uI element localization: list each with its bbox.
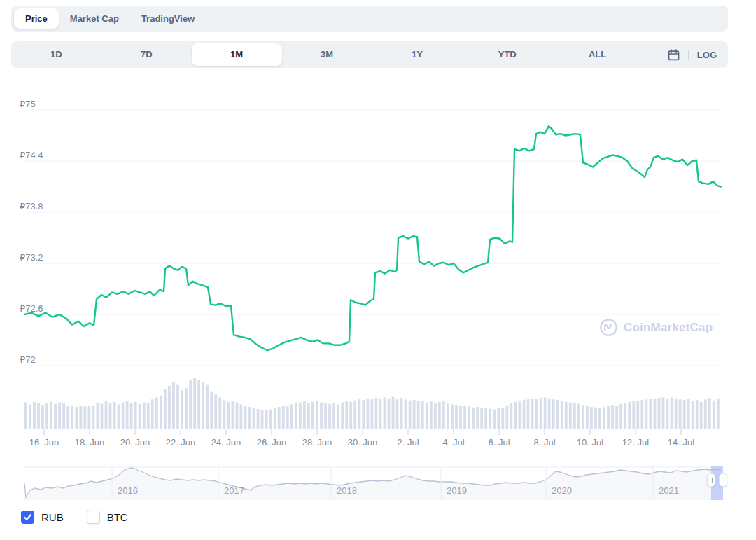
y-axis-tick-label: ₽73.2 <box>20 252 43 263</box>
x-axis-tick-label: 26. Jun <box>257 437 287 448</box>
btc-label: BTC <box>107 511 128 523</box>
coinmarketcap-price-chart: Price Market Cap TradingView 1D 7D 1M 3M… <box>0 0 756 540</box>
x-axis-tick-label: 8. Jul <box>533 437 555 448</box>
legend-item-btc[interactable]: BTC <box>87 511 128 524</box>
x-axis-tick-label: 6. Jul <box>488 437 510 448</box>
currency-legend: RUB BTC <box>21 511 128 524</box>
x-axis-tick-label: 18. Jun <box>75 437 105 448</box>
x-axis-tick-label: 16. Jun <box>29 437 59 448</box>
minimap-year-label: 2020 <box>552 485 572 496</box>
minimap-year-label: 2021 <box>659 485 679 496</box>
y-axis-tick-label: ₽72 <box>20 354 36 365</box>
minimap-handle-right[interactable] <box>719 473 727 487</box>
x-axis-tick-label: 20. Jun <box>120 437 150 448</box>
grip-icon <box>710 478 713 483</box>
minimap-year-label: 2017 <box>224 485 244 496</box>
x-axis-tick-label: 24. Jun <box>211 437 241 448</box>
y-axis-tick-label: ₽72.6 <box>20 303 43 314</box>
price-chart-canvas[interactable] <box>0 0 756 540</box>
coinmarketcap-logo-icon <box>599 318 618 337</box>
x-axis-tick-label: 12. Jul <box>622 437 649 448</box>
checkmark-icon <box>23 513 32 522</box>
rub-label: RUB <box>41 511 64 523</box>
grip-icon <box>722 478 724 483</box>
x-axis-tick-label: 4. Jul <box>442 437 464 448</box>
coinmarketcap-watermark: CoinMarketCap <box>599 318 713 337</box>
x-axis-tick-label: 30. Jun <box>348 437 378 448</box>
x-axis-tick-label: 2. Jul <box>397 437 419 448</box>
legend-item-rub[interactable]: RUB <box>21 511 64 524</box>
minimap-year-label: 2018 <box>337 485 357 496</box>
minimap-handle-left[interactable] <box>707 473 715 487</box>
rub-checkbox[interactable] <box>21 511 34 524</box>
btc-checkbox[interactable] <box>87 511 100 524</box>
minimap-year-label: 2016 <box>118 485 138 496</box>
watermark-text: CoinMarketCap <box>624 321 713 335</box>
y-axis-tick-label: ₽74.4 <box>20 150 43 160</box>
x-axis-tick-label: 10. Jul <box>577 437 603 448</box>
minimap-year-label: 2019 <box>447 485 467 496</box>
x-axis-tick-label: 28. Jun <box>302 437 332 448</box>
y-axis-tick-label: ₽73.8 <box>20 201 43 212</box>
x-axis-tick-label: 22. Jun <box>166 437 196 448</box>
y-axis-tick-label: ₽75 <box>20 99 36 109</box>
x-axis-tick-label: 14. Jul <box>668 437 694 448</box>
